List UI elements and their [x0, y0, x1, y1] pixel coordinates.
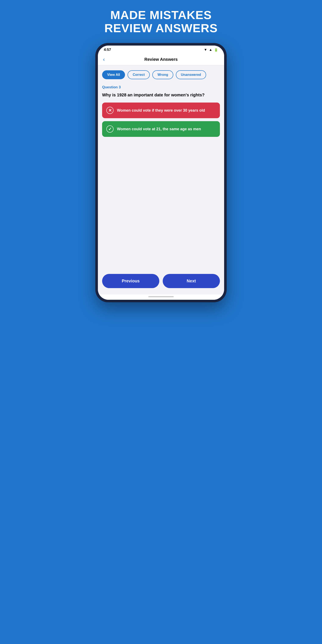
nav-bar: ‹ Review Answers [98, 54, 224, 65]
correct-icon: ✓ [106, 126, 114, 132]
bottom-nav: Previous Next [98, 270, 224, 294]
back-button[interactable]: ‹ [103, 56, 107, 62]
status-bar: 4:57 ▼ ▲ 🔋 [98, 46, 224, 54]
signal-icon: ▲ [209, 48, 212, 52]
question-label: Question 3 [102, 85, 220, 90]
answer-wrong: ✕ Women could vote if they were over 30 … [102, 102, 220, 118]
filter-wrong[interactable]: Wrong [152, 70, 173, 79]
status-icons: ▼ ▲ 🔋 [204, 48, 218, 52]
wifi-icon: ▼ [204, 48, 207, 52]
battery-icon: 🔋 [214, 48, 218, 52]
previous-button[interactable]: Previous [102, 274, 159, 288]
wrong-icon: ✕ [106, 107, 114, 114]
question-text: Why is 1928 an important date for women'… [102, 92, 220, 98]
wrong-answer-text: Women could vote if they were over 30 ye… [117, 108, 205, 113]
hero-title: MADE MISTAKES REVIEW ANSWERS [104, 8, 218, 34]
filter-view-all[interactable]: View All [102, 70, 125, 79]
answer-correct: ✓ Women could vote at 21, the same age a… [102, 121, 220, 137]
next-button[interactable]: Next [163, 274, 220, 288]
correct-answer-text: Women could vote at 21, the same age as … [117, 126, 201, 132]
phone-screen: 4:57 ▼ ▲ 🔋 ‹ Review Answers View All Cor… [98, 46, 224, 300]
phone-frame: 4:57 ▼ ▲ 🔋 ‹ Review Answers View All Cor… [95, 43, 227, 302]
nav-title: Review Answers [144, 57, 178, 62]
filter-row: View All Correct Wrong Unanswered [102, 70, 220, 79]
filter-unanswered[interactable]: Unanswered [176, 70, 206, 79]
home-bar [148, 296, 174, 297]
home-indicator [98, 294, 224, 300]
status-time: 4:57 [104, 48, 111, 52]
content-area: View All Correct Wrong Unanswered Questi… [98, 65, 224, 270]
filter-correct[interactable]: Correct [128, 70, 150, 79]
